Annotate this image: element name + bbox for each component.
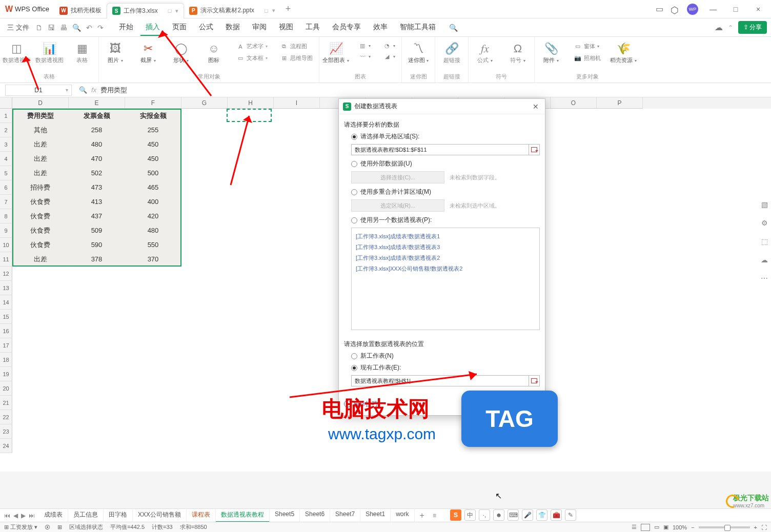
source-range-input[interactable] [351, 144, 529, 155]
menu-效率[interactable]: 效率 [368, 19, 393, 36]
undo-icon[interactable]: ↶ [86, 24, 92, 32]
new-icon[interactable]: 🗋 [35, 24, 43, 32]
last-sheet-icon[interactable]: ⏭ [29, 512, 35, 519]
row-header[interactable]: 17 [0, 338, 12, 353]
ime-emoji-icon[interactable]: ☻ [493, 509, 504, 521]
pivot-table-button[interactable]: ◫ 数据透视表 [0, 39, 33, 67]
data-cell[interactable]: 590 [69, 238, 125, 252]
col-header[interactable]: I [274, 97, 320, 109]
ime-keyboard-icon[interactable]: ⌨ [508, 509, 519, 521]
icon-button[interactable]: ☺图标 [197, 39, 230, 68]
existing-pivot-list[interactable]: [工作簿3.xlsx]成绩表!数据透视表1[工作簿3.xlsx]成绩表!数据透视… [351, 228, 540, 330]
select-all-corner[interactable] [0, 97, 12, 109]
menu-公式[interactable]: 公式 [194, 19, 218, 36]
read-view-icon[interactable]: ▣ [663, 524, 668, 530]
sogou-ime-icon[interactable]: S [450, 509, 461, 521]
option-multi-consolidate[interactable]: 使用多重合并计算区域(M) [351, 188, 540, 196]
sheet-tab[interactable]: Sheet6 [300, 508, 330, 522]
app-logo[interactable]: W WPS Office [0, 5, 54, 14]
screenshot-button[interactable]: ✂截屏 ▾ [132, 39, 165, 68]
row-header[interactable]: 16 [0, 324, 12, 338]
tab-dropdown-icon[interactable]: ▾ [175, 8, 178, 14]
sheet-tab[interactable]: 数据透视表教程 [216, 508, 270, 522]
wordart-button[interactable]: A艺术字 ▾ [234, 41, 270, 52]
data-cell[interactable]: 出差 [12, 152, 69, 166]
sheet-tab[interactable]: Sheet7 [330, 508, 360, 522]
zoom-out-icon[interactable]: − [691, 524, 694, 530]
first-sheet-icon[interactable]: ⏮ [4, 512, 10, 519]
data-cell[interactable]: 伙食费 [12, 223, 69, 238]
cloud-sync-icon[interactable]: ☁ [715, 23, 723, 32]
collapse-ribbon-icon[interactable]: ⌃ [728, 24, 733, 31]
row-header[interactable]: 3 [0, 137, 12, 152]
collapse-range-button[interactable] [529, 375, 540, 386]
hyperlink-button[interactable]: 🔗超链接 [435, 39, 468, 67]
tips-link[interactable]: ▶ 操作技巧 [344, 400, 378, 408]
sheet-tab[interactable]: 课程表 [187, 508, 216, 522]
data-cell[interactable]: 出差 [12, 166, 69, 180]
option-existing-sheet[interactable]: 现有工作表(E): [351, 363, 540, 372]
col-header[interactable]: P [597, 97, 643, 109]
dialog-close-button[interactable]: ✕ [531, 103, 541, 111]
data-cell[interactable]: 465 [125, 180, 181, 195]
ime-lang-icon[interactable]: 中 [464, 509, 476, 521]
data-cell[interactable]: 450 [125, 152, 181, 166]
side-select-icon[interactable]: ⬚ [760, 237, 769, 246]
collapse-range-button[interactable] [529, 144, 540, 155]
menu-数据[interactable]: 数据 [220, 19, 245, 36]
area-chart-button[interactable]: ◢▾ [381, 52, 397, 62]
data-cell[interactable]: 413 [69, 195, 125, 209]
add-sheet-button[interactable]: + [415, 511, 430, 520]
table-button[interactable]: ▦ 表格 [66, 39, 98, 67]
side-style-icon[interactable]: ▧ [760, 200, 769, 209]
menu-开始[interactable]: 开始 [114, 19, 138, 36]
zoom-in-icon[interactable]: + [754, 524, 757, 530]
data-cell[interactable]: 420 [125, 209, 181, 223]
row-header[interactable]: 15 [0, 310, 12, 324]
name-box[interactable]: D1 ▾ [5, 85, 72, 96]
menu-页面[interactable]: 页面 [167, 19, 192, 36]
fullscreen-icon[interactable]: ⛶ [761, 524, 767, 530]
row-header[interactable]: 1 [0, 109, 12, 123]
bookshelf-icon[interactable]: ▭ [656, 4, 663, 14]
share-button[interactable]: ⇪分享 [738, 21, 767, 34]
row-header[interactable]: 8 [0, 209, 12, 223]
row-header[interactable]: 9 [0, 223, 12, 238]
data-cell[interactable]: 伙食费 [12, 195, 69, 209]
row-header[interactable]: 19 [0, 367, 12, 381]
next-sheet-icon[interactable]: ▶ [21, 512, 26, 519]
redo-icon[interactable]: ↷ [97, 24, 104, 32]
menu-会员专享[interactable]: 会员专享 [327, 19, 366, 36]
tab-menu-icon[interactable]: □ [265, 8, 268, 14]
data-cell[interactable]: 招待费 [12, 180, 69, 195]
tab-template[interactable]: W 找稻壳模板 [54, 3, 107, 18]
ime-voice-icon[interactable]: 🎤 [522, 509, 533, 521]
option-external-source[interactable]: 使用外部数据源(U) [351, 159, 540, 168]
row-header[interactable]: 11 [0, 252, 12, 267]
zoom-slider[interactable] [699, 526, 750, 528]
row-header[interactable]: 4 [0, 152, 12, 166]
sheet-tab[interactable]: XXX公司销售额 [133, 508, 187, 522]
data-cell[interactable]: 500 [125, 166, 181, 180]
all-charts-button[interactable]: 📈全部图表 ▾ [319, 39, 352, 68]
view-icon[interactable]: ☰ [632, 524, 637, 530]
menu-工具[interactable]: 工具 [300, 19, 325, 36]
header-cell[interactable]: 费用类型 [12, 109, 69, 123]
shape-button[interactable]: ◯形状 ▾ [165, 39, 197, 68]
cancel-button[interactable]: 取消 [505, 398, 540, 410]
tab-presentation[interactable]: P 演示文稿素材2.pptx □ ▾ [184, 3, 280, 18]
row-header[interactable]: 10 [0, 238, 12, 252]
status-record-icon[interactable]: ⦿ [45, 524, 50, 530]
data-cell[interactable]: 450 [125, 137, 181, 152]
row-header[interactable]: 18 [0, 353, 12, 367]
row-header[interactable]: 12 [0, 267, 12, 281]
formula-button[interactable]: 𝑓𝑥公式 ▾ [469, 39, 501, 68]
option-another-pivot[interactable]: 使用另一个数据透视表(P): [351, 216, 540, 224]
sheet-tab[interactable]: work [391, 508, 414, 522]
preview-icon[interactable]: 🔍 [72, 24, 81, 32]
ime-settings-icon[interactable]: ✎ [565, 509, 576, 521]
menu-智能工具箱[interactable]: 智能工具箱 [395, 19, 441, 36]
data-cell[interactable]: 400 [125, 195, 181, 209]
row-header[interactable]: 21 [0, 396, 12, 410]
sheet-tab[interactable]: 成绩表 [39, 508, 68, 522]
